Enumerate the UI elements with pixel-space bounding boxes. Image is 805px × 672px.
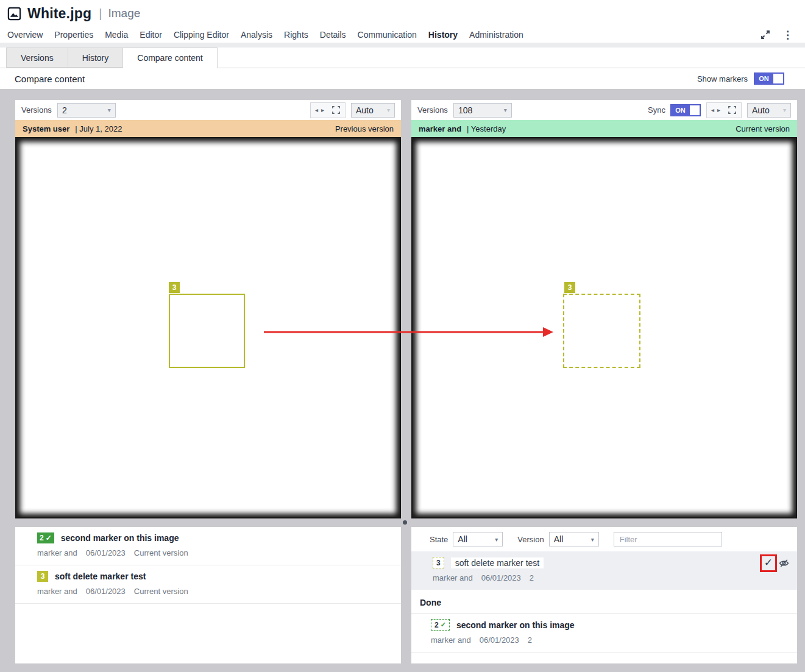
- check-icon: ✓: [46, 534, 52, 542]
- nav-item-media[interactable]: Media: [105, 30, 128, 40]
- marker-author: marker and: [431, 635, 471, 645]
- nav-item-history[interactable]: History: [428, 30, 458, 40]
- marker-3-region-dashed[interactable]: [563, 294, 640, 368]
- marker-date: 06/01/2023: [86, 587, 126, 596]
- right-panel-toolbar: Versions 108 ▾ Sync ON ◂ ▸ Auto ▾: [411, 100, 797, 120]
- main-nav: Overview Properties Media Editor Clippin…: [0, 27, 805, 43]
- marker-2-badge: 2✓: [37, 532, 54, 543]
- compare-content-heading: Compare content: [15, 74, 85, 84]
- fullscreen-icon[interactable]: [328, 103, 344, 118]
- sync-label: Sync: [648, 105, 665, 115]
- version-status: Current version: [736, 124, 790, 133]
- marker-3-badge: 3: [169, 282, 180, 293]
- marker-version: Current version: [134, 548, 188, 557]
- marker-date: 06/01/2023: [86, 548, 126, 557]
- marker-3-region[interactable]: [169, 294, 245, 368]
- caret-down-icon: ▾: [504, 107, 507, 113]
- left-panel-toolbar: Versions 2 ▾ ◂ ▸ Auto ▾: [15, 100, 401, 120]
- tab-strip-spacer: [0, 43, 805, 48]
- version-filter-label: Version: [517, 535, 544, 544]
- nav-item-communication[interactable]: Communication: [358, 30, 417, 40]
- version-date: | Yesterday: [467, 124, 506, 133]
- version-status: Previous version: [335, 124, 394, 133]
- tab-bar: Versions History Compare content: [0, 48, 805, 68]
- nav-item-clipping-editor[interactable]: Clipping Editor: [174, 30, 229, 40]
- marker-list-item-open[interactable]: 3 soft delete marker test marker and 06/…: [411, 551, 797, 590]
- nav-item-overview[interactable]: Overview: [7, 30, 43, 40]
- nav-item-details[interactable]: Details: [320, 30, 346, 40]
- left-versions-label: Versions: [21, 105, 52, 115]
- version-author: System user: [23, 124, 69, 133]
- marker-list-item[interactable]: 3 soft delete marker test marker and 06/…: [15, 565, 401, 604]
- marker-date: 06/01/2023: [480, 635, 519, 645]
- marker-2-badge: 2✓: [431, 619, 450, 631]
- caret-down-icon: ▾: [783, 107, 786, 113]
- marker-author: marker and: [37, 587, 77, 596]
- kebab-menu-icon[interactable]: ⋮: [780, 30, 795, 40]
- caret-down-icon: ▾: [108, 107, 111, 113]
- title-separator: |: [99, 7, 102, 21]
- marker-3-badge: 3: [37, 571, 48, 582]
- page-title: White.jpg: [27, 5, 91, 22]
- fullscreen-icon[interactable]: [724, 103, 740, 118]
- state-filter-label: State: [430, 535, 448, 544]
- hide-marker-icon[interactable]: [779, 558, 789, 568]
- left-version-select[interactable]: 2 ▾: [57, 103, 116, 118]
- show-markers-toggle[interactable]: ON: [754, 73, 784, 85]
- tab-versions[interactable]: Versions: [6, 48, 68, 68]
- check-icon: ✓: [441, 621, 446, 629]
- marker-title: second marker on this image: [61, 533, 179, 543]
- title-bar: White.jpg | Image: [0, 0, 805, 27]
- right-version-select[interactable]: 108 ▾: [453, 103, 512, 118]
- image-file-icon: [7, 7, 21, 21]
- show-markers-label: Show markers: [697, 74, 748, 83]
- nav-item-properties[interactable]: Properties: [54, 30, 93, 40]
- splitter-handle[interactable]: [403, 520, 407, 525]
- right-view-icon-group: ◂ ▸: [706, 102, 742, 118]
- tab-history[interactable]: History: [68, 48, 124, 68]
- toggle-knob: [773, 74, 783, 83]
- current-version-bar: marker and | Yesterday Current version: [411, 120, 797, 137]
- sync-toggle[interactable]: ON: [670, 104, 701, 116]
- section-heading-row: Compare content Show markers ON: [0, 68, 805, 89]
- nav-item-administration[interactable]: Administration: [469, 30, 523, 40]
- marker-filter-input[interactable]: [614, 532, 722, 546]
- previous-version-image[interactable]: 3: [15, 137, 401, 518]
- fit-width-icon[interactable]: ◂ ▸: [708, 103, 724, 118]
- caret-down-icon: ▾: [495, 536, 498, 543]
- tab-compare-content[interactable]: Compare content: [122, 48, 217, 68]
- mark-done-icon[interactable]: ✓: [764, 557, 773, 568]
- right-zoom-select[interactable]: Auto ▾: [747, 103, 791, 118]
- done-section-header: Done: [411, 590, 797, 614]
- marker-author: marker and: [37, 548, 77, 557]
- fit-width-icon[interactable]: ◂ ▸: [312, 103, 328, 118]
- marker-version: 2: [528, 635, 532, 645]
- marker-list-item[interactable]: 2✓ second marker on this image marker an…: [15, 527, 401, 565]
- state-filter-select[interactable]: All ▾: [453, 532, 503, 546]
- marker-version: Current version: [134, 587, 188, 596]
- marker-list-item-done[interactable]: 2✓ second marker on this image marker an…: [411, 614, 797, 653]
- current-version-marker-list: State All ▾ Version All ▾ 3 soft delete …: [411, 527, 797, 663]
- marker-title: second marker on this image: [456, 620, 575, 630]
- marker-filter-row: State All ▾ Version All ▾: [411, 527, 797, 551]
- annotation-highlight-box: ✓: [760, 554, 777, 572]
- expand-icon[interactable]: [761, 30, 770, 40]
- left-view-icon-group: ◂ ▸: [310, 102, 346, 118]
- marker-date: 06/01/2023: [481, 573, 521, 582]
- asset-type-label: Image: [108, 7, 140, 20]
- previous-version-bar: System user | July 1, 2022 Previous vers…: [15, 120, 401, 137]
- marker-3-badge: 3: [433, 557, 444, 568]
- caret-down-icon: ▾: [591, 536, 594, 543]
- current-version-image[interactable]: 3: [411, 137, 797, 518]
- caret-down-icon: ▾: [387, 107, 390, 113]
- nav-item-analysis[interactable]: Analysis: [241, 30, 272, 40]
- previous-version-marker-list: 2✓ second marker on this image marker an…: [15, 527, 401, 663]
- toggle-knob: [690, 105, 700, 115]
- marker-author: marker and: [433, 573, 473, 582]
- nav-item-editor[interactable]: Editor: [140, 30, 162, 40]
- nav-item-rights[interactable]: Rights: [284, 30, 308, 40]
- version-author: marker and: [419, 124, 461, 133]
- version-filter-select[interactable]: All ▾: [549, 532, 599, 546]
- version-date: | July 1, 2022: [75, 124, 122, 133]
- left-zoom-select[interactable]: Auto ▾: [351, 103, 395, 118]
